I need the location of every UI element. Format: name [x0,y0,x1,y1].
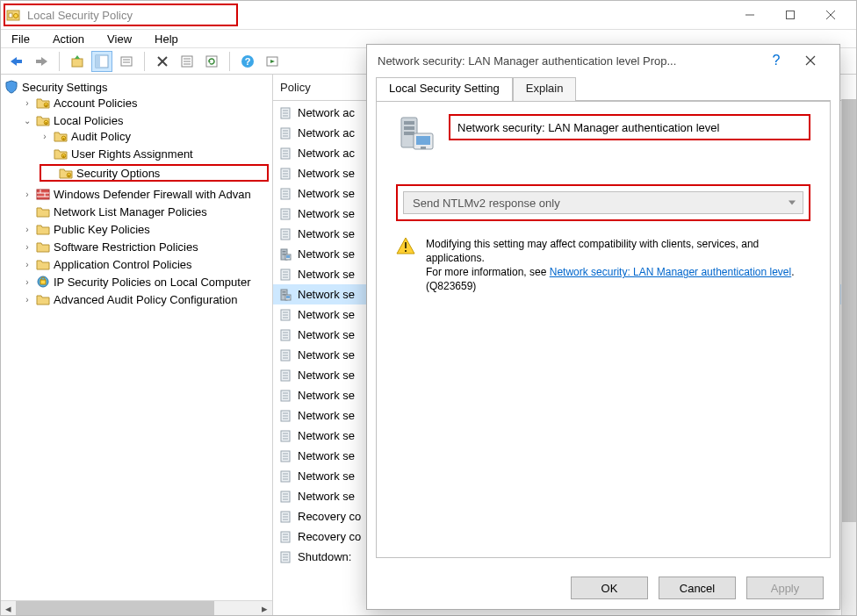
svg-rect-88 [286,296,290,298]
tree-item[interactable]: ›Windows Defender Firewall with Advan [22,187,269,201]
chevron-right-icon[interactable]: › [22,225,32,234]
chevron-down-icon[interactable]: ⌄ [22,116,32,125]
policy-icon [278,308,292,322]
warning-more-info-link[interactable]: Network security: LAN Manager authentica… [550,266,791,278]
svg-rect-79 [286,255,290,258]
svg-rect-46 [40,280,46,284]
chevron-right-icon[interactable]: › [22,190,32,199]
policy-icon [278,167,292,181]
folder-icon [36,257,50,271]
list-row-label: Network se [298,247,355,261]
tree-item[interactable]: ›Application Control Policies [22,257,269,271]
svg-point-2 [14,14,18,18]
back-button[interactable] [6,51,27,72]
tree-item-label: Software Restriction Policies [54,240,198,254]
svg-rect-37 [63,155,65,158]
help-button[interactable]: ? [237,51,258,72]
svg-rect-31 [46,104,47,107]
svg-rect-4 [787,11,795,19]
list-row-label: Network ac [298,126,355,140]
list-row-label: Network se [298,469,355,483]
svg-rect-144 [404,121,414,125]
tab-explain[interactable]: Explain [513,77,577,102]
refresh-button[interactable] [201,51,222,72]
tree-item-label: Local Policies [54,114,124,127]
svg-rect-146 [404,132,414,135]
tree-item-label: Account Policies [54,97,137,110]
tree-item-label: IP Security Policies on Local Computer [54,276,250,289]
ok-button[interactable]: OK [571,577,648,599]
menu-action[interactable]: Action [51,32,86,46]
policy-icon [278,389,292,403]
tree-item[interactable]: Security Options [40,164,269,182]
list-row-label: Network se [298,348,355,362]
chevron-right-icon[interactable]: › [22,260,32,269]
tree-item[interactable]: ⌄Local Policies [22,113,269,127]
up-button[interactable] [67,51,88,72]
maximize-button[interactable] [770,1,810,29]
minimize-button[interactable] [730,1,770,29]
menu-view[interactable]: View [105,32,133,46]
apply-button[interactable]: Apply [746,577,824,599]
tree-horizontal-scrollbar[interactable]: ◂ ▸ [1,600,272,615]
scroll-left-icon[interactable]: ◂ [1,601,16,615]
folder-icon [36,204,50,218]
tree-item[interactable]: ›Audit Policy [40,129,269,143]
policy-icon [278,207,292,221]
list-row-label: Network se [298,449,355,462]
policy-icon [278,429,292,443]
forward-button[interactable] [31,51,52,72]
tree-item[interactable]: ›Advanced Audit Policy Configuration [22,292,269,306]
svg-rect-24 [206,56,217,67]
chevron-right-icon[interactable]: › [22,277,32,287]
tree-root-label: Security Settings [22,81,108,94]
folder-icon [36,222,50,236]
main-vertical-scrollbar[interactable] [841,99,856,615]
close-button[interactable] [810,1,851,29]
list-row-label: Network se [298,187,355,200]
tree-item[interactable]: ›Public Key Policies [22,222,269,236]
svg-rect-35 [63,138,65,140]
tree-item-label: User Rights Assignment [71,147,193,161]
dialog-close-button[interactable] [792,55,829,66]
auth-level-combobox[interactable]: Send NTLMv2 response only [403,191,803,214]
menu-file[interactable]: File [10,32,32,46]
policy-icon [278,449,292,463]
tab-local-security-setting[interactable]: Local Security Setting [376,77,513,102]
chevron-right-icon[interactable]: › [22,242,32,252]
tree-item[interactable]: ›Account Policies [22,96,269,110]
tree-item[interactable]: Network List Manager Policies [22,204,269,218]
scroll-right-icon[interactable]: ▸ [257,601,272,615]
dialog-title-bar: Network security: LAN Manager authentica… [367,45,839,76]
server-icon [278,247,292,261]
policy-icon [278,147,292,161]
folder-lock-icon [59,166,73,180]
chevron-right-icon[interactable]: › [40,132,50,141]
show-tree-button[interactable] [91,51,112,72]
tree-item[interactable]: ›IP Security Policies on Local Computer [22,275,269,289]
tree-item[interactable]: User Rights Assignment [40,147,269,161]
svg-rect-33 [46,122,47,125]
svg-rect-10 [36,60,42,63]
menu-help[interactable]: Help [153,32,180,46]
policy-icon [278,268,292,282]
tree-root[interactable]: Security Settings [4,80,269,94]
list-row-label: Recovery co [298,530,361,543]
svg-rect-151 [405,242,407,248]
policy-icon [278,369,292,383]
svg-rect-85 [283,291,286,293]
list-row-label: Shutdown: [298,550,351,563]
action-button[interactable] [262,51,283,72]
cancel-button[interactable]: Cancel [659,577,736,599]
tree-item-label: Network List Manager Policies [54,205,207,218]
delete-button[interactable] [152,51,173,72]
export-list-button[interactable] [116,51,137,72]
tree-item[interactable]: ›Software Restriction Policies [22,240,269,254]
chevron-right-icon[interactable]: › [22,295,32,304]
folder-lock-icon [54,147,68,161]
tree-item-label: Security Options [76,167,160,180]
properties-button[interactable] [176,51,198,72]
dialog-help-button[interactable]: ? [760,53,792,68]
chevron-right-icon[interactable]: › [22,98,32,108]
tree-item-label: Advanced Audit Policy Configuration [54,293,238,306]
